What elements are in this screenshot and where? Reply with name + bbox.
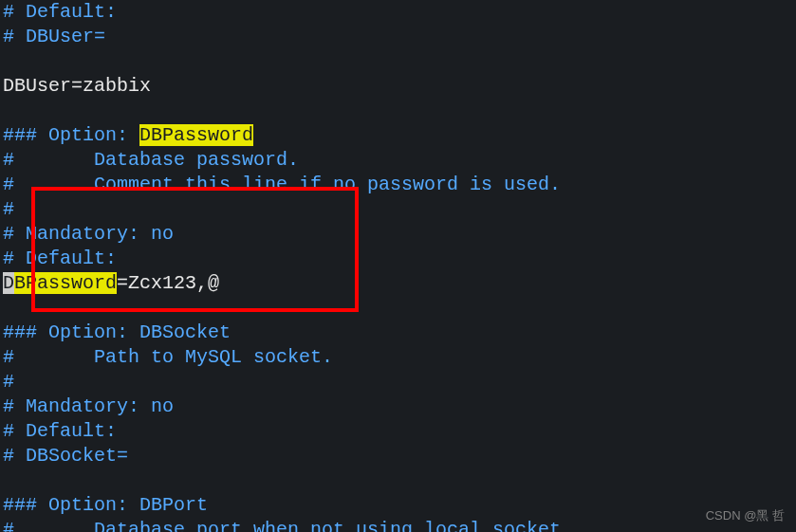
config-line-empty bbox=[3, 99, 796, 123]
config-line: # bbox=[3, 370, 796, 394]
config-line: # Default: bbox=[3, 419, 796, 444]
comment-prefix: ### Option: bbox=[3, 124, 139, 146]
config-line: # Comment this line if no password is us… bbox=[3, 173, 796, 197]
terminal-content: # Default: # DBUser= DBUser=zabbix ### O… bbox=[3, 0, 796, 532]
config-line: # DBSocket= bbox=[3, 444, 796, 468]
watermark: CSDN @黑 哲 bbox=[706, 508, 785, 524]
search-highlight: BPassword bbox=[14, 272, 117, 294]
config-line-dbuser: DBUser=zabbix bbox=[3, 74, 796, 99]
config-line: # Database password. bbox=[3, 148, 796, 173]
config-line-option-dbpassword: ### Option: DBPassword bbox=[3, 123, 796, 148]
config-line-empty bbox=[3, 468, 796, 493]
config-line-empty bbox=[3, 296, 796, 321]
config-line: # DBUser= bbox=[3, 25, 796, 49]
config-line: # Database port when not using local soc… bbox=[3, 518, 796, 532]
config-line: # Default: bbox=[3, 0, 796, 25]
config-line-dbpassword-value: DBPassword=Zcx123,@ bbox=[3, 271, 796, 296]
password-value: =Zcx123,@ bbox=[117, 272, 219, 294]
config-line: # Path to MySQL socket. bbox=[3, 345, 796, 370]
config-line: # Mandatory: no bbox=[3, 394, 796, 419]
config-line: # Default: bbox=[3, 247, 796, 271]
config-line-option-dbport: ### Option: DBPort bbox=[3, 493, 796, 518]
search-highlight: DBPassword bbox=[139, 124, 253, 146]
config-line-option-dbsocket: ### Option: DBSocket bbox=[3, 321, 796, 345]
config-line-empty bbox=[3, 49, 796, 74]
config-line: # bbox=[3, 197, 796, 222]
cursor-position: D bbox=[3, 272, 14, 294]
config-line: # Mandatory: no bbox=[3, 222, 796, 247]
